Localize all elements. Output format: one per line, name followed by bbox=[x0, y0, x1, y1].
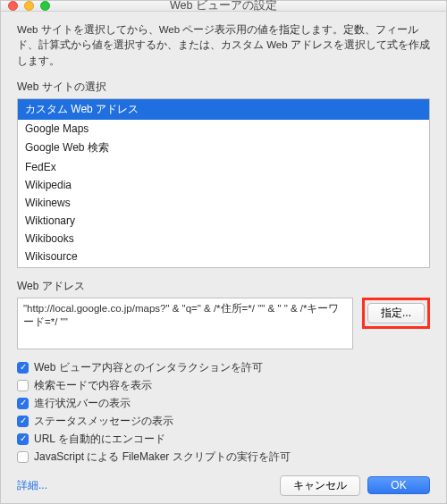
address-input[interactable]: "http://local.google.co.jp/maps?" & "q="… bbox=[17, 298, 353, 349]
checkbox-row[interactable]: 検索モードで内容を表示 bbox=[17, 378, 430, 393]
settings-window: Web ビューアの設定 Web サイトを選択してから、Web ページ表示用の値を… bbox=[0, 0, 447, 504]
list-item[interactable]: カスタム Web アドレス bbox=[18, 99, 429, 120]
list-item[interactable]: FedEx bbox=[18, 158, 429, 176]
checkbox-label: URL を自動的にエンコード bbox=[34, 432, 165, 447]
list-item[interactable]: Wiktionary bbox=[18, 212, 429, 230]
checkbox-row[interactable]: ✓URL を自動的にエンコード bbox=[17, 432, 430, 447]
address-row: "http://local.google.co.jp/maps?" & "q="… bbox=[17, 298, 430, 349]
checkbox-icon[interactable]: ✓ bbox=[17, 416, 29, 427]
checkbox-label: JavaScript による FileMaker スクリプトの実行を許可 bbox=[34, 449, 291, 465]
site-section-label: Web サイトの選択 bbox=[17, 80, 430, 95]
checkbox-icon[interactable] bbox=[17, 451, 29, 463]
checkbox-icon[interactable]: ✓ bbox=[17, 398, 29, 409]
details-link[interactable]: 詳細... bbox=[17, 478, 47, 493]
list-item[interactable]: Wikibooks bbox=[18, 230, 429, 248]
content-area: Web サイトを選択してから、Web ページ表示用の値を指定します。定数、フィー… bbox=[1, 12, 446, 504]
checkbox-row[interactable]: ✓進行状況バーの表示 bbox=[17, 396, 430, 411]
checkbox-row[interactable]: JavaScript による FileMaker スクリプトの実行を許可 bbox=[17, 449, 430, 465]
checkbox-label: Web ビューア内容とのインタラクションを許可 bbox=[34, 360, 263, 375]
site-listbox[interactable]: カスタム Web アドレスGoogle MapsGoogle Web 検索Fed… bbox=[17, 98, 430, 268]
checkbox-label: ステータスメッセージの表示 bbox=[34, 414, 173, 429]
address-section-label: Web アドレス bbox=[17, 279, 430, 294]
checkbox-icon[interactable]: ✓ bbox=[17, 433, 29, 445]
specify-button[interactable]: 指定... bbox=[367, 303, 425, 323]
titlebar: Web ビューアの設定 bbox=[1, 1, 446, 12]
list-item[interactable]: Google Web 検索 bbox=[18, 138, 429, 158]
window-title: Web ビューアの設定 bbox=[1, 0, 446, 13]
specify-highlight: 指定... bbox=[362, 298, 430, 329]
checkbox-label: 検索モードで内容を表示 bbox=[34, 378, 152, 393]
description-text: Web サイトを選択してから、Web ページ表示用の値を指定します。定数、フィー… bbox=[17, 22, 430, 69]
checkbox-icon[interactable] bbox=[17, 380, 29, 391]
checkbox-row[interactable]: ✓Web ビューア内容とのインタラクションを許可 bbox=[17, 360, 430, 375]
list-item[interactable]: Wikisource bbox=[18, 248, 429, 265]
checkbox-group: ✓Web ビューア内容とのインタラクションを許可検索モードで内容を表示✓進行状況… bbox=[17, 360, 430, 465]
list-item[interactable]: Wikipedia bbox=[18, 176, 429, 194]
footer: 詳細... キャンセル OK bbox=[17, 470, 430, 496]
checkbox-label: 進行状況バーの表示 bbox=[34, 396, 131, 411]
cancel-button[interactable]: キャンセル bbox=[280, 475, 360, 496]
list-item[interactable]: Google Maps bbox=[18, 120, 429, 138]
ok-button[interactable]: OK bbox=[367, 476, 430, 494]
checkbox-icon[interactable]: ✓ bbox=[17, 362, 29, 374]
list-item[interactable]: Wikinews bbox=[18, 194, 429, 212]
checkbox-row[interactable]: ✓ステータスメッセージの表示 bbox=[17, 414, 430, 429]
